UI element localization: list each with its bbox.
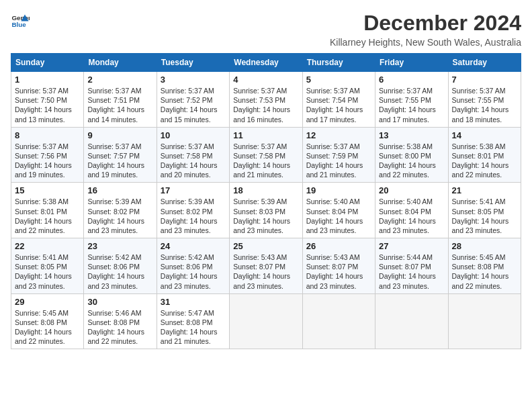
calendar-subtitle: Killarney Heights, New South Wales, Aust… <box>330 37 521 48</box>
day-14: 14 Sunrise: 5:38 AMSunset: 8:01 PMDaylig… <box>448 127 521 183</box>
header-wednesday: Wednesday <box>230 54 302 72</box>
day-7: 7 Sunrise: 5:37 AMSunset: 7:55 PMDayligh… <box>448 72 521 128</box>
header-tuesday: Tuesday <box>157 54 229 72</box>
calendar-table: Sunday Monday Tuesday Wednesday Thursday… <box>11 53 521 349</box>
day-24: 24 Sunrise: 5:42 AMSunset: 8:06 PMDaylig… <box>157 238 229 294</box>
week-row-2: 8 Sunrise: 5:37 AMSunset: 7:56 PMDayligh… <box>11 127 521 183</box>
day-15: 15 Sunrise: 5:38 AMSunset: 8:01 PMDaylig… <box>11 183 84 238</box>
day-25: 25 Sunrise: 5:43 AMSunset: 8:07 PMDaylig… <box>230 238 302 294</box>
day-9: 9 Sunrise: 5:37 AMSunset: 7:57 PMDayligh… <box>84 127 157 183</box>
day-19: 19 Sunrise: 5:40 AMSunset: 8:04 PMDaylig… <box>302 183 375 238</box>
header-friday: Friday <box>375 54 448 72</box>
header-monday: Monday <box>84 54 157 72</box>
day-17: 17 Sunrise: 5:39 AMSunset: 8:02 PMDaylig… <box>157 183 229 238</box>
day-30: 30 Sunrise: 5:46 AMSunset: 8:08 PMDaylig… <box>84 293 157 349</box>
day-10: 10 Sunrise: 5:37 AMSunset: 7:58 PMDaylig… <box>157 127 229 183</box>
title-area: December 2024 Killarney Heights, New Sou… <box>330 11 521 48</box>
logo: General Blue <box>11 11 30 30</box>
week-row-3: 15 Sunrise: 5:38 AMSunset: 8:01 PMDaylig… <box>11 183 521 238</box>
empty-cell-4 <box>448 293 521 349</box>
day-20: 20 Sunrise: 5:40 AMSunset: 8:04 PMDaylig… <box>375 183 448 238</box>
day-26: 26 Sunrise: 5:43 AMSunset: 8:07 PMDaylig… <box>302 238 375 294</box>
day-12: 12 Sunrise: 5:37 AMSunset: 7:59 PMDaylig… <box>302 127 375 183</box>
calendar-title: December 2024 <box>330 11 521 36</box>
day-2: 2 Sunrise: 5:37 AMSunset: 7:51 PMDayligh… <box>84 72 157 128</box>
weekday-header-row: Sunday Monday Tuesday Wednesday Thursday… <box>11 54 521 72</box>
week-row-1: 1 Sunrise: 5:37 AMSunset: 7:50 PMDayligh… <box>11 72 521 128</box>
day-1: 1 Sunrise: 5:37 AMSunset: 7:50 PMDayligh… <box>11 72 84 128</box>
header-saturday: Saturday <box>448 54 521 72</box>
week-row-4: 22 Sunrise: 5:41 AMSunset: 8:05 PMDaylig… <box>11 238 521 294</box>
day-6: 6 Sunrise: 5:37 AMSunset: 7:55 PMDayligh… <box>375 72 448 128</box>
day-5: 5 Sunrise: 5:37 AMSunset: 7:54 PMDayligh… <box>302 72 375 128</box>
day-28: 28 Sunrise: 5:45 AMSunset: 8:08 PMDaylig… <box>448 238 521 294</box>
day-29: 29 Sunrise: 5:45 AMSunset: 8:08 PMDaylig… <box>11 293 84 349</box>
day-21: 21 Sunrise: 5:41 AMSunset: 8:05 PMDaylig… <box>448 183 521 238</box>
day-8: 8 Sunrise: 5:37 AMSunset: 7:56 PMDayligh… <box>11 127 84 183</box>
day-23: 23 Sunrise: 5:42 AMSunset: 8:06 PMDaylig… <box>84 238 157 294</box>
day-16: 16 Sunrise: 5:39 AMSunset: 8:02 PMDaylig… <box>84 183 157 238</box>
logo-icon: General Blue <box>11 11 30 30</box>
day-27: 27 Sunrise: 5:44 AMSunset: 8:07 PMDaylig… <box>375 238 448 294</box>
day-4: 4 Sunrise: 5:37 AMSunset: 7:53 PMDayligh… <box>230 72 302 128</box>
empty-cell-2 <box>302 293 375 349</box>
header-thursday: Thursday <box>302 54 375 72</box>
header-sunday: Sunday <box>11 54 84 72</box>
day-11: 11 Sunrise: 5:37 AMSunset: 7:58 PMDaylig… <box>230 127 302 183</box>
day-31: 31 Sunrise: 5:47 AMSunset: 8:08 PMDaylig… <box>157 293 229 349</box>
week-row-5: 29 Sunrise: 5:45 AMSunset: 8:08 PMDaylig… <box>11 293 521 349</box>
day-22: 22 Sunrise: 5:41 AMSunset: 8:05 PMDaylig… <box>11 238 84 294</box>
empty-cell-1 <box>230 293 302 349</box>
svg-text:Blue: Blue <box>11 21 26 28</box>
day-3: 3 Sunrise: 5:37 AMSunset: 7:52 PMDayligh… <box>157 72 229 128</box>
day-13: 13 Sunrise: 5:38 AMSunset: 8:00 PMDaylig… <box>375 127 448 183</box>
day-18: 18 Sunrise: 5:39 AMSunset: 8:03 PMDaylig… <box>230 183 302 238</box>
empty-cell-3 <box>375 293 448 349</box>
page-header: General Blue December 2024 Killarney Hei… <box>11 11 521 48</box>
